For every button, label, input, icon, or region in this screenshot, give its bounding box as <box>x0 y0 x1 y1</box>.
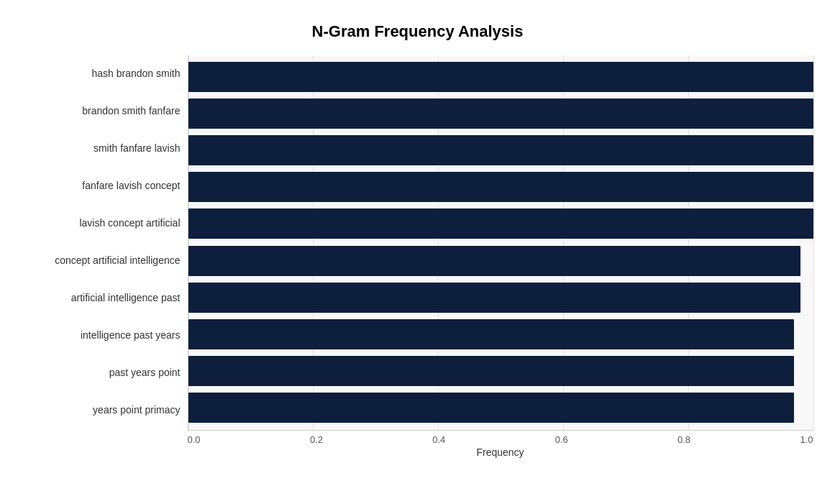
y-label: artificial intelligence past <box>22 292 181 304</box>
bar <box>188 246 801 276</box>
bar <box>188 135 813 165</box>
y-axis-labels: hash brandon smithbrandon smith fanfares… <box>22 55 188 458</box>
grid-line <box>813 55 814 430</box>
bar <box>188 356 795 386</box>
y-label: concept artificial intelligence <box>22 255 181 267</box>
y-label: brandon smith fanfare <box>22 105 181 117</box>
x-axis-title: Frequency <box>476 446 524 458</box>
y-label: hash brandon smith <box>22 68 181 80</box>
bar <box>188 209 813 239</box>
bar-row <box>188 354 813 388</box>
bar-row <box>188 133 813 168</box>
bar <box>188 319 795 349</box>
bar-row <box>188 317 813 352</box>
bars-container <box>188 55 813 431</box>
y-label: past years point <box>22 367 181 379</box>
bar-row <box>188 60 813 94</box>
y-label: lavish concept artificial <box>22 217 181 229</box>
x-tick-label: 0.2 <box>310 434 323 445</box>
bar <box>188 98 813 129</box>
x-tick-label: 0.0 <box>188 434 201 445</box>
x-tick-labels: 0.00.20.40.60.81.0 <box>188 431 813 445</box>
x-tick-label: 0.4 <box>432 434 445 445</box>
x-tick-label: 0.8 <box>677 434 690 445</box>
bar-row <box>188 244 813 278</box>
bar-row <box>188 206 813 241</box>
bar-row <box>188 280 813 315</box>
bar <box>188 283 801 313</box>
y-label: smith fanfare lavish <box>22 142 181 155</box>
y-label: intelligence past years <box>22 329 181 342</box>
bar <box>188 393 795 423</box>
bar-row <box>188 170 813 204</box>
y-label: years point primacy <box>22 404 181 416</box>
bar <box>188 172 813 202</box>
chart-title: N-Gram Frequency Analysis <box>22 22 813 41</box>
x-tick-label: 0.6 <box>555 434 568 445</box>
chart-area: hash brandon smithbrandon smith fanfares… <box>22 55 813 458</box>
x-tick-label: 1.0 <box>800 434 813 445</box>
bar-row <box>188 390 813 425</box>
y-label: fanfare lavish concept <box>22 180 181 192</box>
bar-row <box>188 96 813 131</box>
chart-container: N-Gram Frequency Analysis hash brandon s… <box>8 8 828 497</box>
bar <box>188 62 813 92</box>
x-axis-wrapper: 0.00.20.40.60.81.0 Frequency <box>188 431 813 458</box>
plot-area: 0.00.20.40.60.81.0 Frequency <box>188 55 813 458</box>
